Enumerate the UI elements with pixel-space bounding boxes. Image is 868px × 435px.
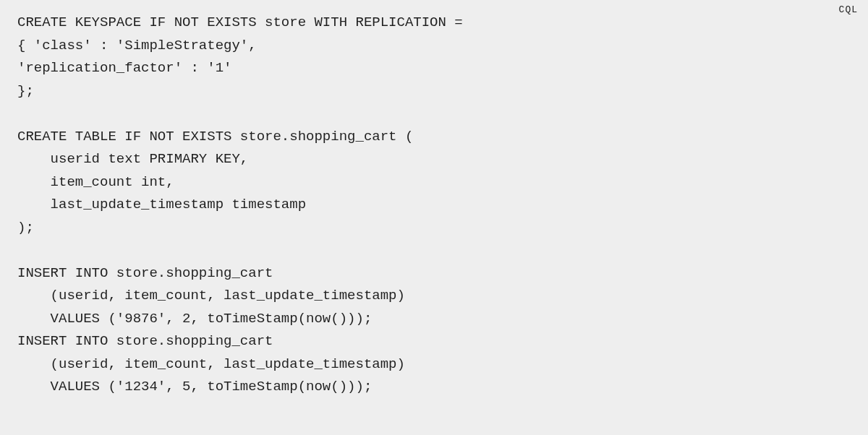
- language-label: CQL: [839, 4, 858, 15]
- code-block: CQL CREATE KEYSPACE IF NOT EXISTS store …: [0, 0, 868, 435]
- code-content[interactable]: CREATE KEYSPACE IF NOT EXISTS store WITH…: [17, 12, 851, 399]
